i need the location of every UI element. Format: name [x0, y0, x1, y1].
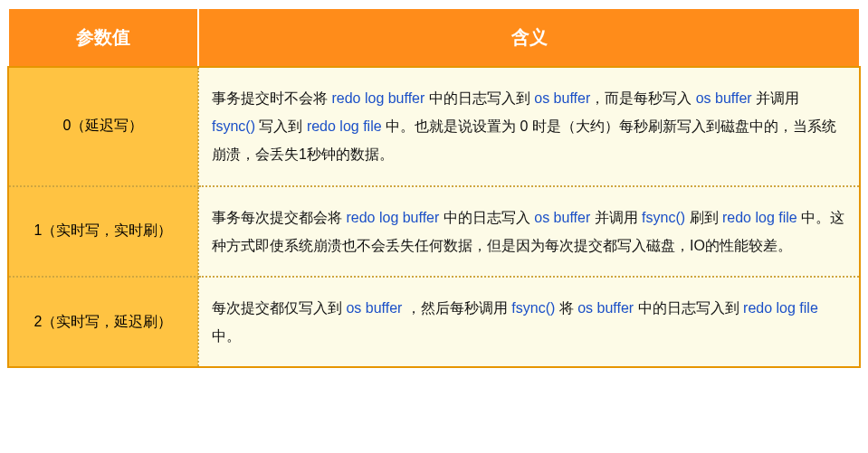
table-row: 1（实时写，实时刷） 事务每次提交都会将 redo log buffer 中的日…: [8, 186, 860, 277]
text-segment: 写入到: [255, 118, 307, 134]
text-segment: 并调用: [752, 90, 799, 106]
param-value-1: 1（实时写，实时刷）: [8, 186, 198, 277]
term-redo-log-file: redo log file: [307, 118, 382, 134]
text-segment: 中的日志写入到: [424, 90, 534, 106]
text-segment: 事务提交时不会将: [212, 90, 331, 106]
desc-0: 事务提交时不会将 redo log buffer 中的日志写入到 os buff…: [198, 67, 860, 186]
term-redo-log-buffer: redo log buffer: [346, 210, 439, 225]
header-param: 参数值: [8, 8, 198, 67]
param-value-0: 0（延迟写）: [8, 67, 198, 186]
text-segment: ，而是每秒写入: [590, 90, 695, 106]
table-header-row: 参数值 含义: [8, 8, 860, 67]
table-body: 0（延迟写） 事务提交时不会将 redo log buffer 中的日志写入到 …: [8, 67, 860, 367]
table-row: 2（实时写，延迟刷） 每次提交都仅写入到 os buffer ，然后每秒调用 f…: [8, 277, 860, 367]
term-fsync: fsync(): [642, 210, 685, 225]
term-redo-log-file: redo log file: [722, 210, 797, 225]
text-segment: 并调用: [590, 210, 642, 225]
header-meaning: 含义: [198, 8, 860, 67]
text-segment: 中的日志写入: [439, 210, 534, 225]
text-segment: 刷到: [685, 210, 722, 225]
text-segment: 将: [555, 300, 577, 316]
text-segment: 中的日志写入到: [634, 300, 743, 316]
term-os-buffer: os buffer: [534, 90, 590, 106]
term-redo-log-buffer: redo log buffer: [331, 90, 424, 106]
table-row: 0（延迟写） 事务提交时不会将 redo log buffer 中的日志写入到 …: [8, 67, 860, 186]
param-value-2: 2（实时写，延迟刷）: [8, 277, 198, 367]
term-fsync: fsync(): [212, 118, 255, 134]
term-os-buffer: os buffer: [346, 300, 402, 316]
desc-2: 每次提交都仅写入到 os buffer ，然后每秒调用 fsync() 将 os…: [198, 277, 860, 367]
term-redo-log-file: redo log file: [743, 300, 818, 316]
term-os-buffer: os buffer: [696, 90, 752, 106]
text-segment: 中。: [212, 328, 241, 344]
desc-1: 事务每次提交都会将 redo log buffer 中的日志写入 os buff…: [198, 186, 860, 277]
term-fsync: fsync(): [511, 300, 555, 316]
term-os-buffer: os buffer: [534, 210, 590, 225]
text-segment: 事务每次提交都会将: [212, 210, 346, 225]
term-os-buffer: os buffer: [577, 300, 634, 316]
config-table: 参数值 含义 0（延迟写） 事务提交时不会将 redo log buffer 中…: [7, 7, 861, 368]
text-segment: 每次提交都仅写入到: [212, 300, 346, 316]
text-segment: ，然后每秒调用: [402, 300, 511, 316]
table-header: 参数值 含义: [8, 8, 860, 67]
